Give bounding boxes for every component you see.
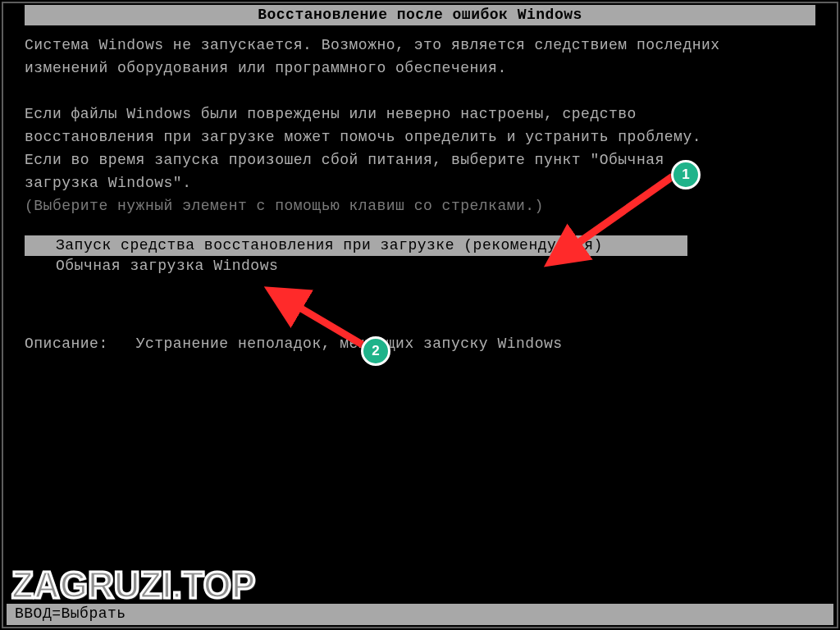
message-line: Если файлы Windows были повреждены или н… [25,103,815,126]
message-line: изменений оборудования или программного … [25,57,815,80]
message-body: Система Windows не запускается. Возможно… [5,34,835,217]
badge-number: 1 [682,167,689,182]
message-line: восстановления при загрузке может помочь… [25,126,815,148]
footer-bar: ВВОД=Выбрать [7,604,833,625]
annotation-badge-2: 2 [361,336,390,366]
title-text: Восстановление после ошибок Windows [258,7,582,23]
title-bar: Восстановление после ошибок Windows [25,5,815,25]
boot-error-recovery-screen: Восстановление после ошибок Windows Сист… [0,0,840,630]
watermark: ZAGRUZI.TOP [11,564,255,607]
menu-item-label: Запуск средства восстановления при загру… [56,237,603,253]
description-value: Устранение неполадок, мешающих запуску W… [136,336,563,352]
description-line: Описание: Устранение неполадок, мешающих… [5,336,835,352]
navigation-hint: (Выберите нужный элемент с помощью клави… [25,194,815,217]
boot-options-menu: Запуск средства восстановления при загру… [25,235,815,276]
menu-item-normal-boot[interactable]: Обычная загрузка Windows [25,256,815,276]
menu-item-startup-repair[interactable]: Запуск средства восстановления при загру… [25,235,687,256]
message-line: Система Windows не запускается. Возможно… [25,34,815,57]
annotation-badge-1: 1 [671,160,701,189]
footer-hint: ВВОД=Выбрать [15,605,126,622]
description-label: Описание: [25,336,108,352]
badge-number: 2 [372,343,379,358]
blank-line [25,80,815,103]
menu-item-label: Обычная загрузка Windows [56,258,278,274]
